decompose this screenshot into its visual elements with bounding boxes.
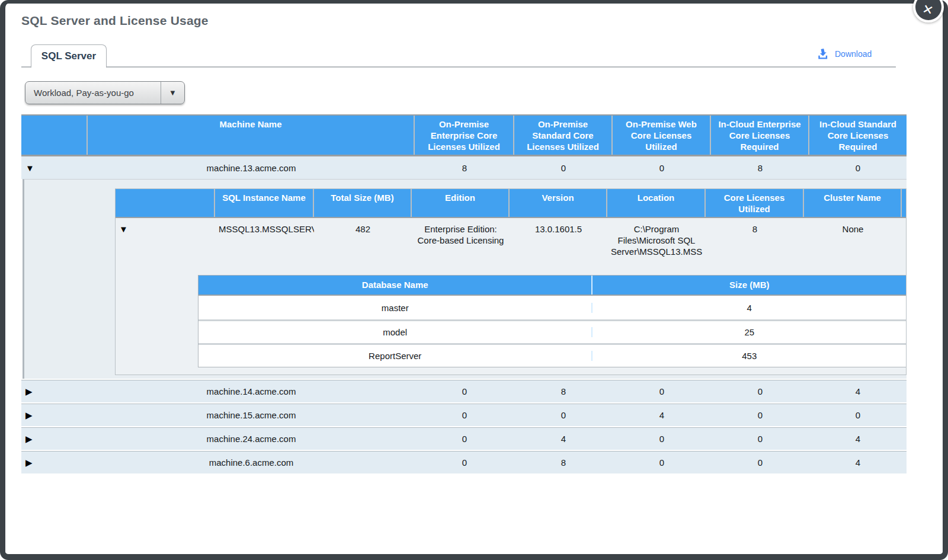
download-button[interactable]: Download bbox=[816, 47, 872, 60]
value-incloud-standard: 0 bbox=[809, 410, 907, 420]
column-header-onprem-web: On-Premise Web Core Licenses Utilized bbox=[613, 116, 711, 155]
machine-name: machine.15.acme.com bbox=[88, 410, 415, 420]
workload-dropdown-value: Workload, Pay-as-you-go bbox=[25, 88, 161, 98]
machine-table: Machine Name On-Premise Enterprise Core … bbox=[21, 114, 907, 473]
value-onprem-enterprise: 0 bbox=[415, 386, 514, 396]
database-row: master 4 bbox=[198, 296, 906, 319]
value-onprem-enterprise: 8 bbox=[415, 163, 514, 173]
value-incloud-standard: 4 bbox=[809, 434, 907, 444]
column-header-total-size: Total Size (MB) bbox=[314, 189, 412, 217]
expand-icon[interactable]: ▶ bbox=[21, 434, 88, 444]
column-header-machine-name: Machine Name bbox=[88, 116, 415, 155]
machine-row[interactable]: ▶ machine.14.acme.com 0 8 0 0 4 bbox=[21, 380, 907, 402]
column-header-db-size: Size (MB) bbox=[592, 276, 906, 295]
database-table: Database Name Size (MB) master 4 model 2… bbox=[198, 275, 906, 367]
database-name: ReportServer bbox=[198, 351, 592, 361]
value-incloud-enterprise: 0 bbox=[711, 457, 809, 468]
database-row: model 25 bbox=[198, 319, 906, 343]
sql-instance-row[interactable]: ▼ MSSQL13.MSSQLSERV 482 Enterprise Editi… bbox=[116, 218, 906, 275]
value-onprem-web: 0 bbox=[613, 386, 711, 396]
download-label: Download bbox=[835, 49, 872, 59]
expander-column-header bbox=[21, 116, 88, 155]
database-size: 4 bbox=[592, 303, 906, 313]
instance-location: C:\Program Files\Microsoft SQL Server\MS… bbox=[607, 223, 706, 275]
column-header-onprem-enterprise: On-Premise Enterprise Core Licenses Util… bbox=[415, 116, 514, 155]
instance-version: 13.0.1601.5 bbox=[510, 223, 607, 275]
sql-instance-table: SQL Instance Name Total Size (MB) Editio… bbox=[115, 188, 907, 375]
instance-name: MSSQL13.MSSQLSERV bbox=[215, 223, 314, 275]
value-onprem-enterprise: 0 bbox=[415, 457, 514, 468]
download-icon bbox=[816, 47, 830, 60]
machine-table-header: Machine Name On-Premise Enterprise Core … bbox=[21, 114, 907, 156]
value-onprem-web: 0 bbox=[613, 457, 711, 468]
expander-column-header bbox=[116, 189, 215, 217]
machine-row[interactable]: ▼ machine.13.acme.com 8 0 0 8 0 bbox=[21, 156, 907, 179]
value-incloud-enterprise: 0 bbox=[711, 434, 809, 444]
database-size: 25 bbox=[592, 327, 906, 337]
value-incloud-standard: 4 bbox=[809, 386, 907, 396]
value-incloud-standard: 4 bbox=[809, 457, 907, 468]
collapse-icon[interactable]: ▼ bbox=[116, 223, 215, 275]
close-button[interactable]: ✕ bbox=[913, 0, 944, 23]
column-header-instance-name: SQL Instance Name bbox=[215, 189, 314, 217]
column-header-database-name: Database Name bbox=[198, 276, 592, 295]
expand-icon[interactable]: ▶ bbox=[21, 457, 88, 468]
database-table-header: Database Name Size (MB) bbox=[198, 276, 906, 296]
sql-instance-table-header: SQL Instance Name Total Size (MB) Editio… bbox=[116, 189, 907, 218]
value-onprem-enterprise: 0 bbox=[415, 434, 514, 444]
chevron-down-icon[interactable]: ▼ bbox=[161, 82, 184, 104]
machine-13-expanded-panel: SQL Instance Name Total Size (MB) Editio… bbox=[23, 179, 907, 379]
value-onprem-standard: 0 bbox=[514, 410, 613, 420]
page-title: SQL Server and License Usage bbox=[21, 14, 209, 28]
machine-name: machine.6.acme.com bbox=[88, 457, 415, 468]
value-onprem-standard: 8 bbox=[514, 386, 613, 396]
instance-edition: Enterprise Edition: Core-based Licensing bbox=[412, 223, 510, 275]
value-onprem-standard: 4 bbox=[514, 434, 613, 444]
column-header-clipped bbox=[902, 189, 907, 217]
column-header-incloud-enterprise: In-Cloud Enterprise Core Licenses Requir… bbox=[711, 116, 809, 155]
value-onprem-enterprise: 0 bbox=[415, 410, 514, 420]
database-size: 453 bbox=[592, 351, 906, 361]
machine-name: machine.14.acme.com bbox=[88, 386, 415, 396]
value-onprem-standard: 8 bbox=[514, 457, 613, 468]
close-icon: ✕ bbox=[921, 1, 935, 19]
column-header-version: Version bbox=[510, 189, 607, 217]
workload-dropdown[interactable]: Workload, Pay-as-you-go ▼ bbox=[25, 81, 185, 104]
value-incloud-enterprise: 0 bbox=[711, 410, 809, 420]
column-header-edition: Edition bbox=[412, 189, 510, 217]
machine-row[interactable]: ▶ machine.15.acme.com 0 0 4 0 0 bbox=[21, 404, 907, 426]
column-header-location: Location bbox=[607, 189, 706, 217]
column-header-core-licenses: Core Licenses Utilized bbox=[706, 189, 804, 217]
machine-row[interactable]: ▶ machine.6.acme.com 0 8 0 0 4 bbox=[21, 451, 907, 473]
machine-name: machine.24.acme.com bbox=[88, 434, 415, 444]
tab-label: SQL Server bbox=[41, 50, 96, 62]
column-header-onprem-standard: On-Premise Standard Core Licenses Utiliz… bbox=[514, 116, 613, 155]
machine-row[interactable]: ▶ machine.24.acme.com 0 4 0 0 4 bbox=[21, 427, 907, 450]
expand-icon[interactable]: ▶ bbox=[21, 386, 88, 397]
value-onprem-web: 0 bbox=[613, 434, 711, 444]
column-header-cluster-name: Cluster Name bbox=[804, 189, 902, 217]
tab-sql-server[interactable]: SQL Server bbox=[31, 44, 107, 68]
instance-total-size: 482 bbox=[314, 223, 412, 275]
value-incloud-standard: 0 bbox=[809, 163, 907, 173]
value-onprem-web: 0 bbox=[613, 163, 711, 173]
database-row: ReportServer 453 bbox=[198, 343, 906, 367]
database-name: model bbox=[198, 327, 592, 337]
instance-core-licenses: 8 bbox=[706, 223, 804, 275]
database-name: master bbox=[198, 303, 592, 313]
expand-icon[interactable]: ▶ bbox=[21, 410, 88, 421]
value-onprem-web: 4 bbox=[613, 410, 711, 420]
machine-name: machine.13.acme.com bbox=[88, 163, 415, 173]
license-usage-dialog: SQL Server and License Usage SQL Server … bbox=[0, 0, 948, 560]
tab-bar-divider bbox=[21, 66, 896, 68]
column-header-incloud-standard: In-Cloud Standard Core Licenses Required bbox=[809, 116, 907, 155]
instance-cluster-name: None bbox=[804, 223, 902, 275]
collapse-icon[interactable]: ▼ bbox=[21, 163, 88, 173]
value-incloud-enterprise: 8 bbox=[711, 163, 809, 173]
value-incloud-enterprise: 0 bbox=[711, 386, 809, 396]
value-onprem-standard: 0 bbox=[514, 163, 613, 173]
